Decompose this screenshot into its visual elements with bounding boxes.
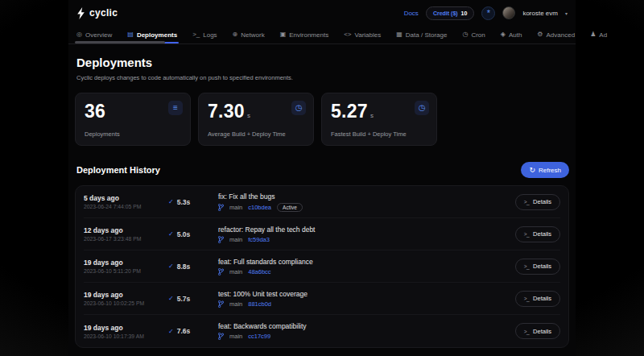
commit-message: feat: Backwards compatibility [218, 322, 515, 330]
branch-name[interactable]: main [229, 268, 242, 275]
nav-tab-icon: ▣ [280, 31, 287, 38]
details-button[interactable]: >_ Details [515, 291, 560, 307]
details-label: Details [533, 295, 551, 302]
deployment-timestamp: 2023-06-10 10:17:39 AM [84, 333, 168, 339]
nav-tab[interactable]: ◷ Cron [462, 26, 485, 43]
stat-card: 5.27s Fastest Build + Deploy Time ◷ [321, 93, 437, 146]
deployment-row: 5 days ago 2023-06-24 7:44:05 PM ✓ 5.3s … [84, 186, 560, 218]
top-bar: cyclic Docs Credit ($) 10 * koroste evm … [68, 0, 576, 26]
nav-tab[interactable]: ♟ Ad [590, 26, 607, 43]
details-label: Details [533, 328, 551, 335]
deployment-ago: 19 days ago [84, 291, 168, 299]
deployment-ago: 5 days ago [84, 194, 168, 202]
deployment-row: 12 days ago 2023-06-17 3:23:48 PM ✓ 5.0s… [84, 218, 560, 250]
deployment-duration-cell: ✓ 5.0s [168, 230, 218, 238]
details-label: Details [533, 198, 551, 205]
nav-tab[interactable]: ⚙ Advanced [537, 26, 575, 43]
details-button[interactable]: >_ Details [515, 259, 560, 275]
details-button[interactable]: >_ Details [515, 226, 560, 242]
deployment-commit-cell: feat: Backwards compatibility main cc17c… [218, 322, 515, 340]
stat-value: 7.30 [208, 101, 245, 122]
nav-tab[interactable]: ▦ Data / Storage [396, 26, 447, 43]
branch-name[interactable]: main [229, 333, 242, 340]
deployment-duration-cell: ✓ 7.6s [168, 327, 218, 335]
details-label: Details [533, 263, 551, 270]
docs-link[interactable]: Docs [404, 10, 419, 17]
history-header: Deployment History ↻ Refresh [75, 162, 569, 178]
nav-tab-label: Overview [85, 31, 112, 39]
check-icon: ✓ [168, 328, 174, 335]
deployment-ago: 19 days ago [84, 324, 168, 332]
nav-tab-label: Advanced [547, 31, 576, 39]
commit-message: fix: Fix all the bugs [218, 192, 515, 201]
terminal-icon: >_ [524, 329, 529, 334]
terminal-icon: >_ [524, 296, 529, 301]
commit-hash[interactable]: 881cb0d [248, 300, 271, 308]
branch-name[interactable]: main [229, 236, 242, 243]
commit-meta: main 881cb0d [218, 300, 515, 308]
deployment-time-cell: 12 days ago 2023-06-17 3:23:48 PM [84, 226, 168, 242]
check-icon: ✓ [168, 230, 174, 238]
deployment-ago: 19 days ago [84, 259, 168, 267]
active-badge: Active [277, 203, 303, 212]
nav-tab-label: Ad [599, 31, 607, 39]
nav-tab[interactable]: ◈ Auth [501, 26, 522, 43]
nav-tab[interactable]: ⊕ Network [233, 26, 265, 43]
refresh-button[interactable]: ↻ Refresh [521, 162, 569, 178]
credit-value: 10 [461, 10, 468, 16]
nav-tab-label: Network [241, 31, 264, 39]
avatar[interactable] [502, 6, 515, 19]
user-name[interactable]: koroste evm [522, 10, 558, 17]
deployment-timestamp: 2023-06-10 5:11:20 PM [84, 268, 168, 274]
page-title: Deployments [75, 56, 569, 69]
deployment-duration: 5.7s [177, 295, 191, 303]
details-button[interactable]: >_ Details [515, 194, 560, 210]
commit-hash[interactable]: 48a6bcc [248, 268, 270, 275]
deployment-ago: 12 days ago [84, 226, 168, 234]
bolt-icon [76, 7, 85, 19]
details-label: Details [533, 230, 551, 238]
deployment-commit-cell: fix: Fix all the bugs main c10bdea Activ… [218, 192, 515, 212]
commit-hash[interactable]: c10bdea [248, 204, 271, 211]
top-bar-right: Docs Credit ($) 10 * koroste evm ▾ [404, 6, 568, 20]
git-branch-icon [218, 300, 224, 308]
chevron-down-icon[interactable]: ▾ [565, 10, 568, 16]
refresh-icon: ↻ [529, 167, 535, 174]
nav-tab-label: Variables [354, 31, 381, 39]
commit-meta: main cc17c99 [218, 333, 515, 340]
git-branch-icon [218, 333, 224, 340]
commit-hash[interactable]: cc17c99 [248, 333, 270, 340]
nav-tab-icon: ▦ [396, 31, 402, 38]
theme-toggle-button[interactable]: * [481, 6, 495, 20]
nav-tab-label: Environments [289, 31, 328, 39]
nav-tab-icon: ♟ [590, 31, 596, 38]
page-subtitle: Cyclic deploys changes to code automatic… [75, 74, 569, 81]
nav-tab[interactable]: <> Variables [344, 26, 381, 43]
credit-button[interactable]: Credit ($) 10 [426, 6, 475, 20]
deployment-duration-cell: ✓ 5.3s [168, 198, 218, 206]
deployment-duration: 7.6s [177, 327, 191, 335]
commit-hash[interactable]: fc59da3 [248, 236, 270, 243]
nav-tab[interactable]: >_ Logs [192, 26, 217, 43]
cyclic-logo[interactable]: cyclic [76, 7, 118, 19]
nav-tab-label: Data / Storage [406, 31, 448, 39]
history-title: Deployment History [76, 165, 160, 175]
stat-value: 36 [85, 101, 105, 122]
terminal-icon: >_ [524, 231, 529, 237]
nav-scrollbar[interactable] [75, 41, 165, 43]
commit-meta: main 48a6bcc [218, 268, 515, 275]
branch-name[interactable]: main [229, 204, 242, 211]
details-button[interactable]: >_ Details [515, 323, 560, 339]
terminal-icon: >_ [524, 199, 529, 205]
stat-unit: s [247, 112, 250, 119]
check-icon: ✓ [168, 198, 174, 205]
git-branch-icon [218, 204, 224, 211]
deployment-duration: 5.0s [177, 230, 191, 238]
commit-message: feat: Full standards compliance [218, 258, 515, 266]
branch-name[interactable]: main [229, 300, 242, 308]
stat-card: 7.30s Average Build + Deploy Time ◷ [198, 93, 314, 146]
commit-message: test: 100% Unit test coverage [218, 290, 515, 298]
deployment-time-cell: 19 days ago 2023-06-10 10:02:25 PM [84, 291, 168, 306]
nav-tab[interactable]: ▣ Environments [280, 26, 328, 43]
deployment-row: 19 days ago 2023-06-10 10:17:39 AM ✓ 7.6… [84, 315, 560, 347]
